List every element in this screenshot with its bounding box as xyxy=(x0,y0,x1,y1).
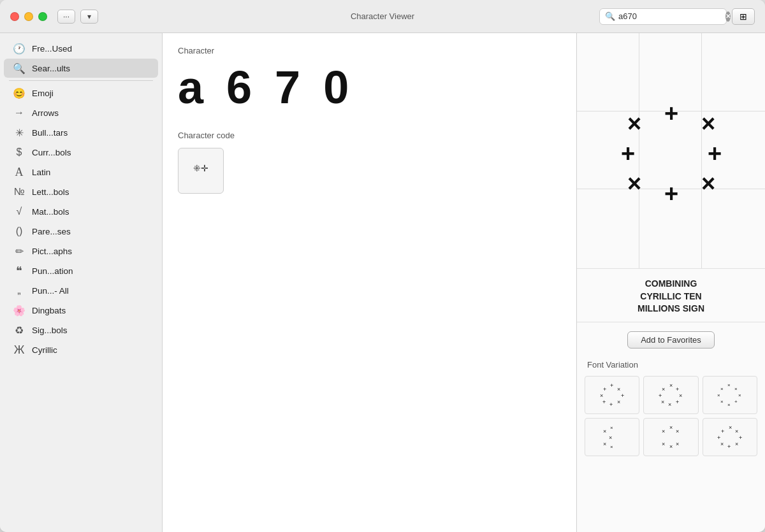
sidebar-item-label: Pun...- All xyxy=(32,286,69,296)
svg-text:+: + xyxy=(721,428,724,435)
svg-text:×: × xyxy=(617,386,620,392)
svg-text:+: + xyxy=(739,435,742,441)
char-code-box[interactable]: ⁜✛ xyxy=(178,148,224,194)
sidebar-item-arrows[interactable]: → Arrows xyxy=(4,103,158,122)
recycle-icon: ♻ xyxy=(13,324,26,336)
font-variation-item-4[interactable]: × × × × × xyxy=(585,418,639,456)
svg-text:+: + xyxy=(602,399,606,405)
traffic-lights xyxy=(10,12,47,21)
svg-text:×: × xyxy=(610,444,613,450)
svg-text:×: × xyxy=(668,401,671,408)
search-clear-button[interactable]: ✕ xyxy=(725,11,731,22)
sidebar-item-emoji[interactable]: 😊 Emoji xyxy=(4,83,158,103)
asterisk-icon: ✳ xyxy=(13,126,26,139)
font-variation-item-6[interactable]: + × × + × + × + xyxy=(703,418,757,456)
svg-text:×: × xyxy=(701,170,715,197)
sidebar-item-label: Curr...bols xyxy=(32,148,71,157)
sidebar-item-punctuation-all[interactable]: „ Pun...- All xyxy=(4,281,158,300)
svg-text:×: × xyxy=(734,386,738,392)
character-heading: Character xyxy=(178,46,561,55)
svg-text:+: + xyxy=(664,180,678,207)
close-button[interactable] xyxy=(10,12,19,21)
sidebar-item-parentheses[interactable]: () Pare...ses xyxy=(4,222,158,241)
sidebar-item-label: Sig...bols xyxy=(32,326,68,335)
sidebar-item-search-results[interactable]: 🔍 Sear...ults xyxy=(4,59,158,78)
pencil-icon: ✏ xyxy=(13,245,26,257)
chevron-button[interactable]: ▾ xyxy=(80,10,98,24)
sidebar-item-label: Pun...ation xyxy=(32,266,73,276)
search-input[interactable] xyxy=(618,11,725,21)
svg-text:×: × xyxy=(603,428,606,435)
svg-text:×: × xyxy=(720,386,724,392)
sidebar-item-label: Dingbats xyxy=(32,306,66,315)
sidebar-item-currency[interactable]: $ Curr...bols xyxy=(4,143,158,162)
svg-text:×: × xyxy=(662,428,665,435)
window-title: Character Viewer xyxy=(351,11,414,21)
svg-text:⁜✛: ⁜✛ xyxy=(193,163,208,173)
view-toggle-button[interactable]: ⊞ xyxy=(732,8,755,25)
sidebar-item-math[interactable]: √ Mat...bols xyxy=(4,202,158,221)
svg-text:+: + xyxy=(734,399,738,405)
content-area: Character a 6 7 0 Character code xyxy=(163,33,765,532)
sidebar-item-label: Pare...ses xyxy=(32,227,71,236)
character-panel: Character a 6 7 0 Character code xyxy=(163,33,577,532)
sidebar-item-recently-used[interactable]: 🕐 Fre...Used xyxy=(4,39,158,58)
svg-text:+: + xyxy=(621,392,624,399)
font-variation-item-1[interactable]: + + × + × + + × xyxy=(585,376,639,414)
char-6: 6 xyxy=(226,64,252,110)
sidebar-item-label: Bull...tars xyxy=(32,128,68,138)
svg-text:×: × xyxy=(669,443,673,450)
character-viewer-window: ··· ▾ Character Viewer 🔍 ✕ ⊞ 🕐 Fre...Use… xyxy=(0,0,765,532)
grid-icon: ⊞ xyxy=(740,11,747,22)
font-variation-item-5[interactable]: × × × × × × xyxy=(643,418,698,456)
preview-symbol-svg: × + × + + × + × xyxy=(608,89,735,216)
flower-icon: 🌸 xyxy=(13,304,26,317)
toolbar-left: ··· ▾ xyxy=(57,10,98,24)
font-variation-item-3[interactable]: × × × × + × × × xyxy=(703,376,757,414)
svg-text:+: + xyxy=(707,140,721,167)
sidebar-item-dingbats[interactable]: 🌸 Dingbats xyxy=(4,301,158,320)
char-0: 0 xyxy=(323,64,349,110)
svg-text:+: + xyxy=(727,443,731,450)
sidebar-item-label: Arrows xyxy=(32,108,59,118)
maximize-button[interactable] xyxy=(38,12,47,21)
sidebar-item-label: Cyrillic xyxy=(32,345,57,355)
font-variation-heading: Font Variation xyxy=(577,357,765,376)
sidebar-item-latin[interactable]: A Latin xyxy=(4,162,158,182)
svg-text:×: × xyxy=(603,441,606,447)
svg-text:×: × xyxy=(729,424,732,431)
char-a: a xyxy=(178,64,203,110)
svg-text:×: × xyxy=(669,382,673,389)
search-icon: 🔍 xyxy=(605,11,615,21)
svg-text:×: × xyxy=(627,110,641,137)
sidebar-item-punctuation[interactable]: ❝ Pun...ation xyxy=(4,261,158,280)
font-variation-grid: + + × + × + + × × × xyxy=(577,376,765,464)
add-to-favorites-button[interactable]: Add to Favorites xyxy=(627,331,715,349)
svg-text:×: × xyxy=(738,392,741,398)
emoji-icon: 😊 xyxy=(13,87,26,99)
svg-text:×: × xyxy=(717,392,720,398)
char-name-area: COMBININGCYRILLIC TENMILLIONS SIGN xyxy=(577,269,765,322)
menu-button[interactable]: ··· xyxy=(57,10,75,24)
sidebar-item-label: Pict...aphs xyxy=(32,247,72,256)
latin-icon: A xyxy=(13,166,26,178)
font-variation-item-2[interactable]: × × + × + × × + xyxy=(643,376,698,414)
sidebar-item-letterlike[interactable]: № Lett...bols xyxy=(4,182,158,201)
sidebar-item-bullets[interactable]: ✳ Bull...tars xyxy=(4,123,158,142)
svg-text:+: + xyxy=(603,386,606,392)
svg-text:×: × xyxy=(679,392,682,399)
ellipsis-icon: ··· xyxy=(63,12,69,21)
minimize-button[interactable] xyxy=(24,12,33,21)
svg-text:+: + xyxy=(717,435,720,441)
svg-text:×: × xyxy=(720,399,724,405)
chevron-down-icon: ▾ xyxy=(87,12,91,21)
search-bar[interactable]: 🔍 ✕ xyxy=(599,8,727,25)
svg-text:×: × xyxy=(627,170,641,197)
sidebar-item-cyrillic[interactable]: Ж Cyrillic xyxy=(4,340,158,359)
sidebar-item-signbols[interactable]: ♻ Sig...bols xyxy=(4,320,158,340)
arrow-icon: → xyxy=(13,106,26,119)
svg-text:+: + xyxy=(610,382,613,389)
sidebar: 🕐 Fre...Used 🔍 Sear...ults 😊 Emoji → Arr… xyxy=(0,33,163,532)
sidebar-item-label: Sear...ults xyxy=(32,64,70,73)
sidebar-item-pictographs[interactable]: ✏ Pict...aphs xyxy=(4,241,158,261)
